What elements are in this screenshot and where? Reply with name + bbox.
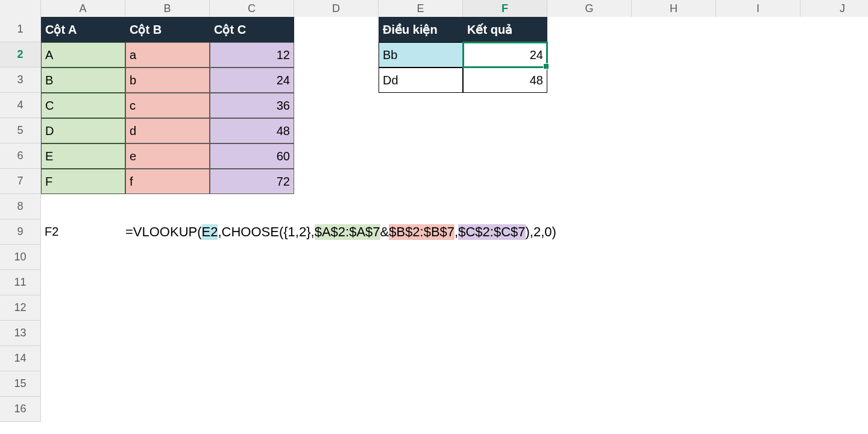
cell-C3[interactable]: 24 [210,68,294,93]
cell-I11[interactable] [716,270,800,295]
cell-E10[interactable] [379,245,463,270]
cell-F15[interactable] [463,371,547,397]
cell-J4[interactable] [800,93,868,118]
cell-G9[interactable] [547,219,632,245]
cell-F13[interactable] [463,321,547,346]
row-header-4[interactable]: 4 [0,93,41,118]
cell-E5[interactable] [379,118,463,143]
cell-I12[interactable] [716,295,800,321]
cell-F9[interactable] [463,219,547,245]
cell-A15[interactable] [41,371,125,397]
cell-C11[interactable] [210,270,294,295]
cell-D6[interactable] [294,143,379,169]
cell-H10[interactable] [632,245,716,270]
row-header-6[interactable]: 6 [0,143,41,169]
cell-J2[interactable] [800,42,868,68]
cell-C9[interactable] [210,219,294,245]
column-header-J[interactable]: J [800,0,868,17]
cell-I2[interactable] [716,42,800,68]
cell-G2[interactable] [547,42,632,68]
cell-A7[interactable]: F [41,169,125,194]
cell-B10[interactable] [125,245,210,270]
cell-B5[interactable]: d [125,118,210,143]
cell-A4[interactable]: C [41,93,125,118]
cell-I5[interactable] [716,118,800,143]
cell-A12[interactable] [41,295,125,321]
cell-B13[interactable] [125,321,210,346]
row-header-7[interactable]: 7 [0,169,41,194]
cell-C14[interactable] [210,346,294,371]
cell-E1[interactable]: Điều kiện [379,17,463,42]
cell-A2[interactable]: A [41,42,125,68]
cell-B15[interactable] [125,371,210,397]
cell-C6[interactable]: 60 [210,143,294,169]
cell-A5[interactable]: D [41,118,125,143]
column-header-G[interactable]: G [547,0,632,17]
cell-I9[interactable] [716,219,800,245]
cell-G3[interactable] [547,68,632,93]
cell-E4[interactable] [379,93,463,118]
cell-G13[interactable] [547,321,632,346]
cell-G15[interactable] [547,371,632,397]
cell-C16[interactable] [210,397,294,422]
row-header-14[interactable]: 14 [0,346,41,371]
cell-A3[interactable]: B [41,68,125,93]
cell-J8[interactable] [800,194,868,219]
cell-J9[interactable] [800,219,868,245]
cell-D10[interactable] [294,245,379,270]
cell-C2[interactable]: 12 [210,42,294,68]
row-header-9[interactable]: 9 [0,219,41,245]
cell-J3[interactable] [800,68,868,93]
row-header-8[interactable]: 8 [0,194,41,219]
cell-D1[interactable] [294,17,379,42]
cell-I8[interactable] [716,194,800,219]
cell-F3[interactable]: 48 [463,68,547,93]
cell-I15[interactable] [716,371,800,397]
cell-I10[interactable] [716,245,800,270]
cell-J6[interactable] [800,143,868,169]
cell-G14[interactable] [547,346,632,371]
cell-D13[interactable] [294,321,379,346]
cell-E14[interactable] [379,346,463,371]
cell-I4[interactable] [716,93,800,118]
cell-G1[interactable] [547,17,632,42]
row-header-1[interactable]: 1 [0,17,41,42]
column-header-B[interactable]: B [125,0,210,17]
cell-A8[interactable] [41,194,125,219]
cell-A6[interactable]: E [41,143,125,169]
cell-H13[interactable] [632,321,716,346]
cell-C4[interactable]: 36 [210,93,294,118]
cell-H9[interactable] [632,219,716,245]
cell-C12[interactable] [210,295,294,321]
cell-F10[interactable] [463,245,547,270]
cell-F7[interactable] [463,169,547,194]
cell-F2[interactable]: 24 [463,42,547,68]
row-header-10[interactable]: 10 [0,245,41,270]
cell-D5[interactable] [294,118,379,143]
cell-G7[interactable] [547,169,632,194]
cell-C7[interactable]: 72 [210,169,294,194]
row-header-16[interactable]: 16 [0,397,41,422]
cell-B6[interactable]: e [125,143,210,169]
cell-H12[interactable] [632,295,716,321]
cell-D9[interactable] [294,219,379,245]
cell-E6[interactable] [379,143,463,169]
cell-I16[interactable] [716,397,800,422]
cell-H14[interactable] [632,346,716,371]
cell-F1[interactable]: Kết quả [463,17,547,42]
cell-H11[interactable] [632,270,716,295]
cell-I3[interactable] [716,68,800,93]
cell-C15[interactable] [210,371,294,397]
cell-J14[interactable] [800,346,868,371]
row-header-2[interactable]: 2 [0,42,41,68]
cell-E8[interactable] [379,194,463,219]
cell-H4[interactable] [632,93,716,118]
cell-J12[interactable] [800,295,868,321]
column-header-E[interactable]: E [379,0,463,17]
cell-E12[interactable] [379,295,463,321]
cell-H5[interactable] [632,118,716,143]
column-header-F[interactable]: F [463,0,547,17]
cell-A1[interactable]: Cột A [41,17,125,42]
cell-E9[interactable] [379,219,463,245]
select-all-corner[interactable] [0,0,41,17]
